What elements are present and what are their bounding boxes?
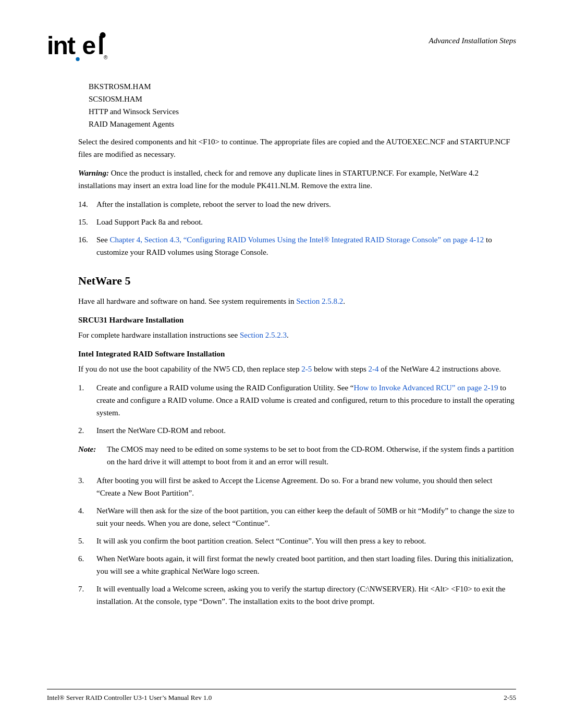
srcu31-para: For complete hardware installation instr… (78, 329, 516, 341)
item-num: 4. (78, 504, 96, 529)
page-header: int e l ® Advanced Installation Steps (47, 31, 516, 65)
svg-text:int: int (47, 32, 76, 59)
numbered-item-4: 4. NetWare will then ask for the size of… (78, 504, 516, 529)
step-24-link[interactable]: 2-4 (369, 365, 379, 373)
intel-raid-heading: Intel Integrated RAID Software Installat… (78, 350, 516, 359)
section-2582-link[interactable]: Section 2.5.8.2 (296, 297, 343, 305)
item-num: 2. (78, 424, 96, 437)
main-content: BKSTROSM.HAM SCSIOSM.HAM HTTP and Winsoc… (78, 80, 516, 608)
svg-point-5 (76, 57, 79, 61)
numbered-item-5: 5. It will ask you confirm the boot part… (78, 535, 516, 547)
select-components-para: Select the desired components and hit <F… (78, 135, 516, 161)
page: int e l ® Advanced Installation Steps BK… (0, 0, 563, 728)
note-block: Note: The CMOS may need to be edited on … (78, 443, 516, 468)
item-text: After booting you will first be asked to… (96, 474, 516, 499)
numbered-item-6: 6. When NetWare boots again, it will fir… (78, 552, 516, 577)
header-title: Advanced Installation Steps (429, 31, 516, 45)
note-label: Note: (78, 443, 107, 468)
footer-right: 2-55 (504, 694, 516, 702)
item-num: 6. (78, 552, 96, 577)
pre-numbered-list: 14. After the installation is complete, … (78, 198, 516, 258)
item-num: 15. (78, 216, 96, 228)
item-text: After the installation is complete, rebo… (96, 198, 331, 211)
numbered-item-7: 7. It will eventually load a Welcome scr… (78, 583, 516, 608)
intel-logo: int e l ® (47, 31, 109, 65)
note-text: The CMOS may need to be edited on some s… (107, 443, 516, 468)
srcu31-heading: SRCU31 Hardware Installation (78, 316, 516, 325)
list-item: SCSIOSM.HAM (89, 93, 516, 105)
chapter4-link[interactable]: Chapter 4, Section 4.3, “Configuring RAI… (109, 236, 484, 244)
item-text-16: See Chapter 4, Section 4.3, “Configuring… (96, 233, 516, 258)
item-num: 16. (78, 233, 96, 258)
numbered-item-3: 3. After booting you will first be asked… (78, 474, 516, 499)
advanced-rcu-link[interactable]: How to Invoke Advanced RCU” on page 2-19 (354, 384, 498, 392)
warning-text: Once the product is installed, check for… (78, 169, 479, 190)
netware5-intro: Have all hardware and software on hand. … (78, 295, 516, 307)
item-text: It will ask you confirm the boot partiti… (96, 535, 426, 547)
numbered-item-2: 2. Insert the NetWare CD-ROM and reboot. (78, 424, 516, 437)
item-text: When NetWare boots again, it will first … (96, 552, 516, 577)
item-text-1: Create and configure a RAID volume using… (96, 381, 516, 419)
numbered-item-1: 1. Create and configure a RAID volume us… (78, 381, 516, 419)
section-2523-link[interactable]: Section 2.5.2.3 (240, 331, 287, 339)
list-item: HTTP and Winsock Services (89, 105, 516, 118)
item-num: 1. (78, 381, 96, 419)
warning-label: Warning: (78, 169, 109, 177)
warning-para: Warning: Once the product is installed, … (78, 167, 516, 192)
svg-point-3 (100, 32, 106, 38)
numbered-item-16: 16. See Chapter 4, Section 4.3, “Configu… (78, 233, 516, 258)
list-item: BKSTROSM.HAM (89, 80, 516, 93)
intel-para: If you do not use the boot capability of… (78, 363, 516, 375)
item-num: 5. (78, 535, 96, 547)
item-num: 3. (78, 474, 96, 499)
list-item: RAID Management Agents (89, 118, 516, 130)
bullet-list: BKSTROSM.HAM SCSIOSM.HAM HTTP and Winsoc… (89, 80, 516, 130)
netware5-heading: NetWare 5 (78, 274, 516, 288)
main-numbered-list: 1. Create and configure a RAID volume us… (78, 381, 516, 437)
svg-text:®: ® (104, 55, 108, 60)
item-num: 14. (78, 198, 96, 211)
page-footer: Intel® Server RAID Controller U3-1 User’… (47, 689, 516, 702)
footer-left: Intel® Server RAID Controller U3-1 User’… (47, 694, 212, 702)
numbered-item-14: 14. After the installation is complete, … (78, 198, 516, 211)
item-text: NetWare will then ask for the size of th… (96, 504, 516, 529)
step-25-link[interactable]: 2-5 (301, 365, 312, 373)
item-text: It will eventually load a Welcome screen… (96, 583, 516, 608)
numbered-item-15: 15. Load Support Pack 8a and reboot. (78, 216, 516, 228)
item-text: Load Support Pack 8a and reboot. (96, 216, 203, 228)
item-text: Insert the NetWare CD-ROM and reboot. (96, 424, 226, 437)
item-num: 7. (78, 583, 96, 608)
svg-text:e: e (82, 32, 96, 59)
rest-numbered-list: 3. After booting you will first be asked… (78, 474, 516, 608)
